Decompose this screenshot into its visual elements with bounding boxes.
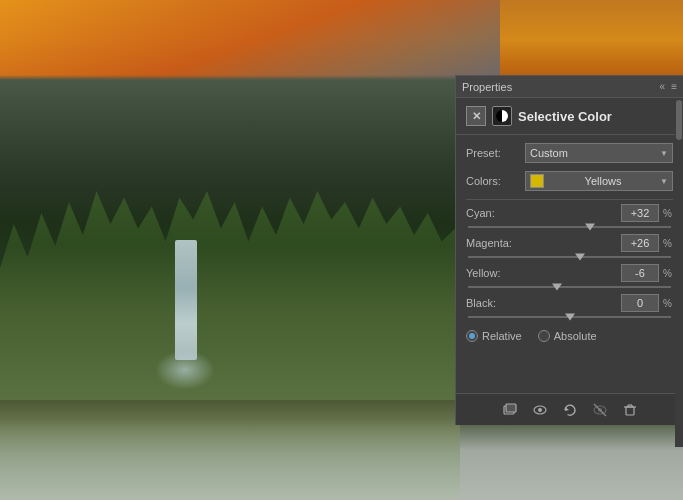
black-slider-thumb[interactable] (565, 314, 575, 321)
mist-layer (0, 420, 460, 500)
absolute-option[interactable]: Absolute (538, 330, 597, 342)
clip-icon (502, 402, 518, 418)
method-row: Relative Absolute (466, 324, 673, 346)
panel-title: Properties (462, 81, 512, 93)
preset-arrow-icon: ▼ (660, 149, 668, 158)
colors-label: Colors: (466, 175, 521, 187)
clip-to-layer-button[interactable] (499, 399, 521, 421)
panel-title-icons: « ≡ (660, 81, 677, 92)
divider-1 (466, 199, 673, 200)
cyan-label: Cyan: (466, 207, 524, 219)
svg-rect-1 (506, 404, 516, 412)
trash-icon (622, 402, 638, 418)
colors-row: Colors: Yellows ▼ (466, 171, 673, 191)
reset-icon (562, 402, 578, 418)
yellow-slider-track[interactable] (468, 286, 671, 288)
collapse-icon[interactable]: « (660, 81, 666, 92)
svg-rect-7 (626, 407, 634, 415)
relative-radio[interactable] (466, 330, 478, 342)
properties-panel: Properties « ≡ ✕ Selective Color Preset:… (455, 75, 683, 425)
panel-header: ✕ Selective Color (456, 98, 683, 135)
colors-arrow-icon: ▼ (660, 177, 668, 186)
black-slider-track[interactable] (468, 316, 671, 318)
preset-dropdown[interactable]: Custom ▼ (525, 143, 673, 163)
magenta-slider-track[interactable] (468, 256, 671, 258)
eye-icon (532, 402, 548, 418)
cyan-row: Cyan: +32 % (466, 204, 673, 222)
yellow-section: Yellow: -6 % (466, 264, 673, 290)
panel-titlebar: Properties « ≡ (456, 76, 683, 98)
absolute-label: Absolute (554, 330, 597, 342)
relative-option[interactable]: Relative (466, 330, 522, 342)
preview-button[interactable] (589, 399, 611, 421)
waterfall-mist (155, 350, 215, 390)
magenta-row: Magenta: +26 % (466, 234, 673, 252)
colors-dropdown[interactable]: Yellows ▼ (525, 171, 673, 191)
panel-toolbar (456, 393, 683, 425)
preset-row: Preset: Custom ▼ (466, 143, 673, 163)
magenta-percent: % (663, 238, 673, 249)
black-label: Black: (466, 297, 524, 309)
visibility-on-button[interactable] (529, 399, 551, 421)
halftone-circle-icon (496, 110, 508, 122)
magenta-slider-thumb[interactable] (575, 254, 585, 261)
magenta-value: +26 (631, 237, 650, 249)
magenta-label: Magenta: (466, 237, 524, 249)
cyan-slider-thumb[interactable] (585, 224, 595, 231)
preset-value: Custom (530, 147, 568, 159)
magenta-track-container (466, 254, 673, 260)
panel-content: Preset: Custom ▼ Colors: Yellows ▼ Cyan:… (456, 135, 683, 393)
magenta-value-box[interactable]: +26 (621, 234, 659, 252)
cyan-percent: % (663, 208, 673, 219)
yellow-row: Yellow: -6 % (466, 264, 673, 282)
black-track-container (466, 314, 673, 320)
black-value-box[interactable]: 0 (621, 294, 659, 312)
delete-button[interactable] (619, 399, 641, 421)
cyan-track-container (466, 224, 673, 230)
yellow-track-container (466, 284, 673, 290)
scroll-thumb[interactable] (676, 100, 682, 140)
colors-value: Yellows (585, 175, 622, 187)
halftone-icon-box (492, 106, 512, 126)
selective-color-title: Selective Color (518, 109, 612, 124)
cyan-value-box[interactable]: +32 (621, 204, 659, 222)
yellow-value-box[interactable]: -6 (621, 264, 659, 282)
black-row: Black: 0 % (466, 294, 673, 312)
black-percent: % (663, 298, 673, 309)
waterfall (175, 240, 197, 360)
cyan-section: Cyan: +32 % (466, 204, 673, 230)
svg-point-3 (538, 408, 542, 412)
yellow-percent: % (663, 268, 673, 279)
yellow-label: Yellow: (466, 267, 524, 279)
color-swatch (530, 174, 544, 188)
black-section: Black: 0 % (466, 294, 673, 320)
black-value: 0 (637, 297, 643, 309)
cyan-slider-track[interactable] (468, 226, 671, 228)
reset-button[interactable] (559, 399, 581, 421)
magenta-section: Magenta: +26 % (466, 234, 673, 260)
preset-label: Preset: (466, 147, 521, 159)
adjustment-x-icon: ✕ (472, 110, 481, 123)
preview-eye-icon (592, 402, 608, 418)
absolute-radio[interactable] (538, 330, 550, 342)
yellow-slider-thumb[interactable] (552, 284, 562, 291)
scrollbar[interactable] (675, 98, 683, 447)
yellow-value: -6 (635, 267, 645, 279)
menu-icon[interactable]: ≡ (671, 81, 677, 92)
relative-label: Relative (482, 330, 522, 342)
adjustment-icon-box: ✕ (466, 106, 486, 126)
cyan-value: +32 (631, 207, 650, 219)
